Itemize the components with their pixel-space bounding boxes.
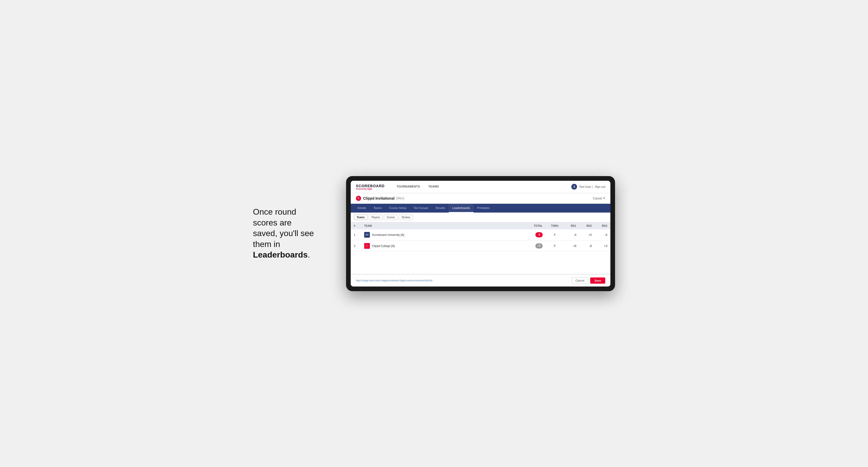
col-team: TEAM xyxy=(361,222,525,229)
top-nav-right: S Test User | Sign out xyxy=(571,184,605,190)
user-name: Test User | xyxy=(579,185,593,188)
intro-line4: them in xyxy=(253,240,280,249)
leaderboard-table: # TEAM TOTAL THRU RD1 RD2 RD3 1 xyxy=(351,222,610,252)
sub-tab-teams[interactable]: Teams xyxy=(354,215,368,220)
nav-tournaments[interactable]: TOURNAMENTS xyxy=(392,181,424,193)
sub-tab-players[interactable]: Players xyxy=(369,215,383,220)
rd1-1: -4 xyxy=(564,229,579,241)
top-nav-links: TOURNAMENTS TEAMS xyxy=(392,181,571,193)
team-name-1: SU Scoreboard University [A] xyxy=(361,229,525,241)
table-container: # TEAM TOTAL THRU RD1 RD2 RD3 1 xyxy=(351,222,610,274)
team-name-2: C Clippd College [A] xyxy=(361,240,525,251)
tab-printables[interactable]: Printables xyxy=(473,204,494,213)
total-1: -5 xyxy=(525,229,546,241)
col-rd3: RD3 xyxy=(595,222,610,229)
logo-text: SCOREBOARD xyxy=(356,184,384,188)
team-logo-2: C xyxy=(364,243,370,249)
thru-2: F xyxy=(546,240,564,251)
logo-powered: Powered by clippd xyxy=(356,188,384,190)
tournament-cancel-button[interactable]: Cancel ✕ xyxy=(593,196,605,200)
tournament-title: Clippd Invitational xyxy=(363,196,395,200)
page-wrapper: Once round scores are saved, you'll see … xyxy=(253,176,615,291)
table-header-row: # TEAM TOTAL THRU RD1 RD2 RD3 xyxy=(351,222,610,229)
cancel-button[interactable]: Cancel xyxy=(571,277,588,284)
rd2-1: +5 xyxy=(579,229,595,241)
col-total: TOTAL xyxy=(525,222,546,229)
rd2-2: -8 xyxy=(579,240,595,251)
tournament-subtitle: (Men) xyxy=(396,196,404,200)
rd3-1: -6 xyxy=(595,229,610,241)
score-badge-2: +3 xyxy=(535,243,542,249)
intro-highlight: Leaderboards xyxy=(253,250,308,259)
tab-tee-groups[interactable]: Tee Groups xyxy=(410,204,432,213)
tab-course-setup[interactable]: Course Setup xyxy=(385,204,410,213)
nav-teams[interactable]: TEAMS xyxy=(424,181,443,193)
left-text-block: Once round scores are saved, you'll see … xyxy=(253,207,331,260)
intro-line2: scores are xyxy=(253,218,291,227)
rank-1: 1 xyxy=(351,229,361,241)
intro-period: . xyxy=(308,250,310,259)
page-footer: https://stage-blue-coach.stagescoreboard… xyxy=(351,274,610,286)
rd1-2: +8 xyxy=(564,240,579,251)
team-logo-1: SU xyxy=(364,232,370,238)
col-rank: # xyxy=(351,222,361,229)
thru-1: F xyxy=(546,229,564,241)
footer-url: https://stage-blue-coach.stagescoreboard… xyxy=(356,279,569,282)
col-rd1: RD1 xyxy=(564,222,579,229)
table-row: 1 SU Scoreboard University [A] -5 F xyxy=(351,229,610,241)
intro-line3: saved, you'll see xyxy=(253,228,314,238)
tab-leaderboards[interactable]: Leaderboards xyxy=(449,204,473,213)
rank-2: 2 xyxy=(351,240,361,251)
tournament-header: C Clippd Invitational (Men) Cancel ✕ xyxy=(351,193,610,204)
tab-teams[interactable]: Teams xyxy=(370,204,385,213)
tab-details[interactable]: Details xyxy=(354,204,370,213)
col-thru: THRU xyxy=(546,222,564,229)
rd3-2: +3 xyxy=(595,240,610,251)
tab-bar: Details Teams Course Setup Tee Groups Re… xyxy=(351,204,610,213)
sub-tab-bar: Teams Players Scores Strokes xyxy=(351,213,610,222)
save-button[interactable]: Save xyxy=(590,277,605,284)
tablet-device: SCOREBOARD Powered by clippd TOURNAMENTS… xyxy=(346,176,615,291)
score-badge-1: -5 xyxy=(535,232,542,238)
brand-name: clippd xyxy=(367,188,372,190)
tournament-icon: C xyxy=(356,196,361,201)
sign-out-link[interactable]: Sign out xyxy=(595,185,605,188)
intro-line1: Once round xyxy=(253,207,296,216)
col-rd2: RD2 xyxy=(579,222,595,229)
table-row: 2 C Clippd College [A] +3 F xyxy=(351,240,610,251)
user-avatar: S xyxy=(571,184,577,190)
tablet-screen: SCOREBOARD Powered by clippd TOURNAMENTS… xyxy=(351,181,610,286)
logo-area: SCOREBOARD Powered by clippd xyxy=(356,184,384,190)
sub-tab-scores[interactable]: Scores xyxy=(384,215,398,220)
tab-results[interactable]: Results xyxy=(432,204,449,213)
top-nav: SCOREBOARD Powered by clippd TOURNAMENTS… xyxy=(351,181,610,193)
sub-tab-strokes[interactable]: Strokes xyxy=(399,215,413,220)
total-2: +3 xyxy=(525,240,546,251)
